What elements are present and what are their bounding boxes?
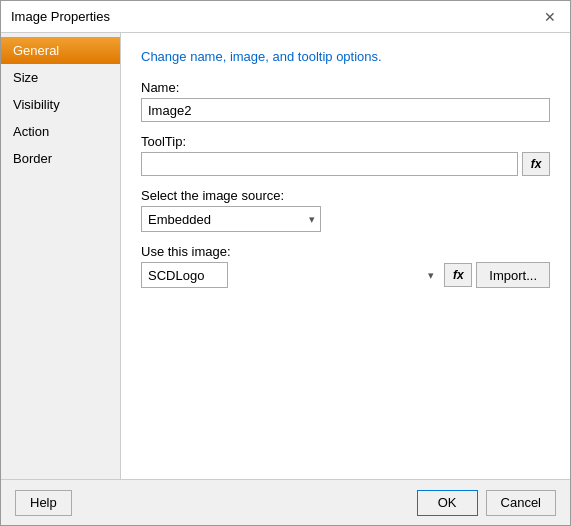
tooltip-group: ToolTip: fx	[141, 134, 550, 176]
sidebar-item-border[interactable]: Border	[1, 145, 120, 172]
sidebar-item-visibility[interactable]: Visibility	[1, 91, 120, 118]
close-button[interactable]: ✕	[540, 7, 560, 27]
image-select[interactable]: SCDLogo	[141, 262, 228, 288]
image-fx-button[interactable]: fx	[444, 263, 472, 287]
tooltip-row: fx	[141, 152, 550, 176]
tooltip-input[interactable]	[141, 152, 518, 176]
use-image-row: SCDLogo fx Import...	[141, 262, 550, 288]
name-label: Name:	[141, 80, 550, 95]
sidebar: General Size Visibility Action Border	[1, 33, 121, 479]
image-properties-dialog: Image Properties ✕ General Size Visibili…	[0, 0, 571, 526]
dialog-body: General Size Visibility Action Border Ch…	[1, 33, 570, 479]
use-image-group: Use this image: SCDLogo fx Import...	[141, 244, 550, 288]
image-source-label: Select the image source:	[141, 188, 550, 203]
image-source-select-wrapper: Embedded External Database	[141, 206, 321, 232]
footer-right: OK Cancel	[417, 490, 556, 516]
image-select-wrapper: SCDLogo	[141, 262, 440, 288]
help-button[interactable]: Help	[15, 490, 72, 516]
sidebar-item-action[interactable]: Action	[1, 118, 120, 145]
dialog-footer: Help OK Cancel	[1, 479, 570, 525]
tooltip-fx-button[interactable]: fx	[522, 152, 550, 176]
image-source-select[interactable]: Embedded External Database	[141, 206, 321, 232]
cancel-button[interactable]: Cancel	[486, 490, 556, 516]
sidebar-item-general[interactable]: General	[1, 37, 120, 64]
name-group: Name:	[141, 80, 550, 122]
tooltip-label: ToolTip:	[141, 134, 550, 149]
ok-button[interactable]: OK	[417, 490, 478, 516]
dialog-title: Image Properties	[11, 9, 110, 24]
image-fx-icon: fx	[453, 268, 464, 282]
title-bar: Image Properties ✕	[1, 1, 570, 33]
sidebar-item-size[interactable]: Size	[1, 64, 120, 91]
fx-icon: fx	[531, 157, 542, 171]
content-title: Change name, image, and tooltip options.	[141, 49, 550, 64]
image-source-group: Select the image source: Embedded Extern…	[141, 188, 550, 232]
use-image-label: Use this image:	[141, 244, 550, 259]
import-button[interactable]: Import...	[476, 262, 550, 288]
content-area: Change name, image, and tooltip options.…	[121, 33, 570, 479]
name-input[interactable]	[141, 98, 550, 122]
